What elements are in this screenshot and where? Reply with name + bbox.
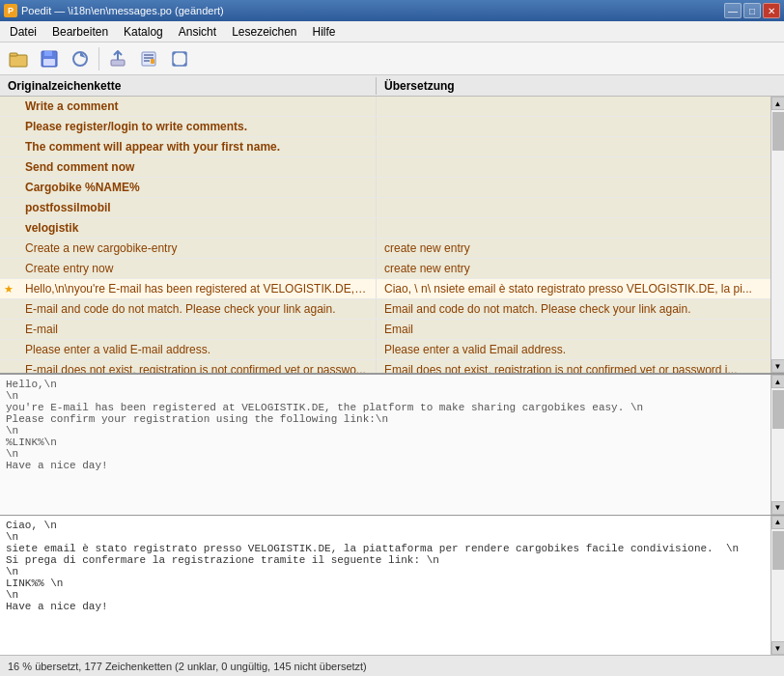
upload-button[interactable]	[103, 45, 132, 72]
table-row[interactable]: Create entry nowcreate new entry	[0, 259, 770, 279]
cell-original: Send comment now	[17, 157, 377, 177]
cell-original: Create entry now	[17, 259, 377, 278]
star-icon[interactable]	[0, 178, 17, 197]
translation-scroll-up[interactable]: ▲	[771, 516, 785, 529]
table-row[interactable]: E-mail and code do not match. Please che…	[0, 299, 770, 320]
close-button[interactable]: ✕	[763, 3, 780, 18]
table-row[interactable]: velogistik	[0, 218, 770, 239]
svg-rect-1	[10, 53, 17, 56]
source-textarea[interactable]: Hello,\n \n you're E-mail has been regis…	[0, 375, 770, 515]
table-row[interactable]: Please enter a valid E-mail address.Plea…	[0, 340, 770, 360]
star-icon[interactable]	[0, 137, 17, 156]
translation-textarea[interactable]: Ciao, \n \n siete email è stato registra…	[0, 516, 770, 656]
column-header-original: Originalzeichenkette	[0, 77, 377, 95]
table-row[interactable]: E-mail does not exist, registration is n…	[0, 360, 770, 373]
scroll-down-button[interactable]: ▼	[771, 359, 785, 373]
scroll-up-button[interactable]: ▲	[771, 97, 785, 110]
star-icon[interactable]	[0, 218, 17, 238]
cell-translation	[377, 97, 770, 116]
translation-scroll-down[interactable]: ▼	[771, 641, 785, 655]
star-icon[interactable]	[0, 157, 17, 177]
minimize-button[interactable]: —	[724, 3, 742, 18]
cell-translation: Email and code do not match. Please chec…	[377, 299, 770, 319]
star-icon[interactable]	[0, 239, 17, 258]
cell-original: E-mail does not exist, registration is n…	[17, 360, 377, 373]
svg-point-5	[73, 52, 87, 66]
cell-translation	[377, 178, 770, 197]
table-row[interactable]: The comment will appear with your first …	[0, 137, 770, 157]
cell-translation	[377, 198, 770, 217]
source-scroll-down[interactable]: ▼	[771, 501, 785, 515]
cell-original: The comment will appear with your first …	[17, 137, 377, 156]
table-row[interactable]: Create a new cargobike-entrycreate new e…	[0, 239, 770, 259]
menu-hilfe[interactable]: Hilfe	[305, 23, 344, 41]
svg-rect-0	[10, 55, 27, 67]
svg-rect-3	[44, 51, 52, 56]
source-panel: Hello,\n \n you're E-mail has been regis…	[0, 375, 784, 516]
source-scroll-up[interactable]: ▲	[771, 375, 785, 388]
translation-table: Originalzeichenkette Übersetzung Write a…	[0, 75, 784, 375]
maximize-button[interactable]: □	[743, 3, 761, 18]
text-panels: Hello,\n \n you're E-mail has been regis…	[0, 375, 784, 655]
refresh-button[interactable]	[66, 45, 95, 72]
cell-original: E-mail and code do not match. Please che…	[17, 299, 377, 319]
main-content: Originalzeichenkette Übersetzung Write a…	[0, 75, 784, 655]
edit-button[interactable]	[134, 45, 163, 72]
star-icon[interactable]	[0, 299, 17, 319]
svg-rect-6	[111, 60, 125, 66]
translation-panel: Ciao, \n \n siete email è stato registra…	[0, 516, 784, 656]
menu-bar: Datei Bearbeiten Katalog Ansicht Lesezei…	[0, 21, 784, 42]
translation-scroll-track	[771, 529, 784, 642]
table-body: Write a commentPlease register/login to …	[0, 97, 770, 373]
table-row[interactable]: ★Hello,\n\nyou're E-mail has been regist…	[0, 279, 770, 299]
menu-katalog[interactable]: Katalog	[116, 23, 171, 41]
window-title: Poedit — \i18n\en\messages.po (geändert)	[21, 5, 224, 16]
star-icon[interactable]	[0, 340, 17, 359]
star-icon[interactable]	[0, 117, 17, 136]
scroll-track	[771, 110, 784, 359]
translation-scroll-thumb[interactable]	[772, 531, 784, 570]
menu-lesezeichen[interactable]: Lesezeichen	[224, 23, 304, 41]
menu-ansicht[interactable]: Ansicht	[171, 23, 224, 41]
open-folder-button[interactable]	[4, 45, 33, 72]
menu-datei[interactable]: Datei	[2, 23, 44, 41]
star-icon[interactable]	[0, 360, 17, 373]
cell-translation: Email does not exist, registration is no…	[377, 360, 770, 373]
column-header-translation: Übersetzung	[377, 77, 770, 95]
save-button[interactable]	[35, 45, 64, 72]
cell-original: postfossilmobil	[17, 198, 377, 217]
source-scroll-thumb[interactable]	[772, 390, 784, 429]
star-icon[interactable]	[0, 259, 17, 278]
scroll-thumb[interactable]	[772, 112, 784, 151]
cell-original: Hello,\n\nyou're E-mail has been registe…	[17, 279, 377, 298]
cell-translation: create new entry	[377, 239, 770, 258]
svg-rect-12	[151, 59, 154, 64]
cell-translation: Email	[377, 320, 770, 339]
translation-scrollbar[interactable]: ▲ ▼	[770, 516, 784, 656]
status-bar: 16 % übersetzt, 177 Zeichenketten (2 unk…	[0, 655, 784, 676]
star-icon[interactable]	[0, 198, 17, 217]
cell-original: Write a comment	[17, 97, 377, 116]
svg-rect-13	[173, 52, 186, 66]
status-text: 16 % übersetzt, 177 Zeichenketten (2 unk…	[8, 661, 367, 672]
star-icon[interactable]: ★	[0, 279, 17, 298]
cell-translation	[377, 218, 770, 238]
window-controls: — □ ✕	[724, 3, 780, 18]
table-row[interactable]: Write a comment	[0, 97, 770, 117]
table-row[interactable]: Cargobike %NAME%	[0, 178, 770, 198]
star-icon[interactable]	[0, 97, 17, 116]
table-row[interactable]: E-mailEmail	[0, 320, 770, 340]
table-scrollbar[interactable]: ▲ ▼	[770, 97, 784, 373]
cell-original: Please enter a valid E-mail address.	[17, 340, 377, 359]
cell-original: E-mail	[17, 320, 377, 339]
cell-original: velogistik	[17, 218, 377, 238]
star-icon[interactable]	[0, 320, 17, 339]
table-row[interactable]: Send comment now	[0, 157, 770, 178]
cell-translation: Ciao, \ n\ nsiete email è stato registra…	[377, 279, 770, 298]
menu-bearbeiten[interactable]: Bearbeiten	[44, 23, 116, 41]
fullscreen-button[interactable]	[165, 45, 194, 72]
table-row[interactable]: Please register/login to write comments.	[0, 117, 770, 137]
toolbar	[0, 42, 784, 75]
table-row[interactable]: postfossilmobil	[0, 198, 770, 218]
source-scrollbar[interactable]: ▲ ▼	[770, 375, 784, 515]
